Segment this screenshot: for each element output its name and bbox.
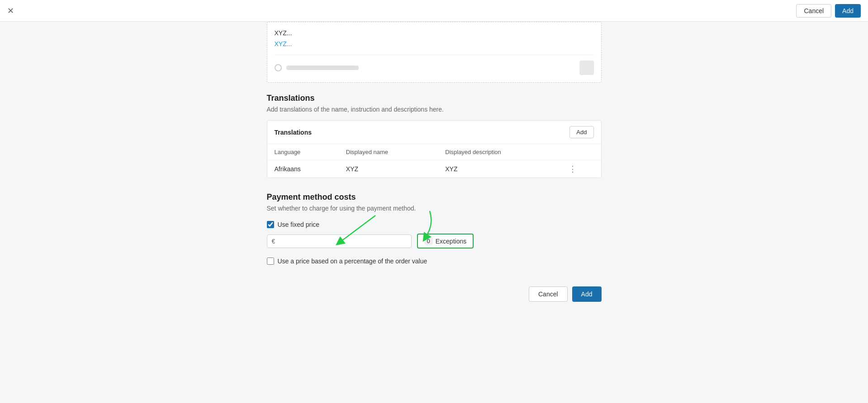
translations-table-header-row: Language Displayed name Displayed descri… — [267, 144, 601, 160]
exceptions-button[interactable]: 0 Exceptions — [417, 234, 474, 248]
payment-section-desc: Set whether to charge for using the paym… — [267, 205, 602, 212]
cell-displayed-description: XYZ — [438, 160, 561, 178]
close-icon: ✕ — [7, 6, 14, 16]
payment-section-title: Payment method costs — [267, 192, 602, 202]
currency-input-wrapper: € — [267, 234, 412, 248]
cancel-button-bottom[interactable]: Cancel — [529, 286, 568, 302]
bottom-actions: Cancel Add — [267, 279, 602, 309]
fixed-price-row: € 0 Exceptions — [267, 234, 602, 248]
payment-section: Payment method costs Set whether to char… — [267, 192, 602, 265]
cell-displayed-name: XYZ — [339, 160, 438, 178]
use-percentage-label[interactable]: Use a price based on a percentage of the… — [278, 258, 427, 265]
top-section: XYZ... XYZ... — [267, 22, 602, 83]
use-fixed-price-label[interactable]: Use fixed price — [278, 221, 320, 228]
cell-language: Afrikaans — [267, 160, 339, 178]
translations-heading: Translations — [267, 94, 602, 103]
translations-header: Translations Add — [267, 121, 601, 144]
cell-actions: ⋮ — [561, 160, 601, 178]
currency-input[interactable] — [278, 238, 406, 245]
row-more-button[interactable]: ⋮ — [569, 165, 577, 173]
gray-bar — [286, 66, 359, 70]
top-section-footer — [275, 55, 594, 75]
radio-placeholder — [275, 64, 282, 71]
top-section-link: XYZ... — [275, 40, 594, 47]
close-button[interactable]: ✕ — [7, 6, 14, 16]
translations-table-title: Translations — [275, 129, 312, 136]
translations-add-button[interactable]: Add — [569, 126, 593, 138]
col-displayed-name: Displayed name — [339, 144, 438, 160]
exceptions-badge: 0 — [424, 237, 433, 245]
add-button-top[interactable]: Add — [835, 4, 861, 18]
table-row: Afrikaans XYZ XYZ ⋮ — [267, 160, 601, 178]
small-box — [579, 61, 594, 75]
use-percentage-row: Use a price based on a percentage of the… — [267, 258, 602, 265]
arrows-container: € 0 Exceptions — [267, 234, 602, 248]
panel-area: XYZ... XYZ... Translations Add translati… — [258, 22, 611, 309]
translations-wrapper: Translations Add Language Displayed name… — [267, 120, 602, 178]
translations-table: Language Displayed name Displayed descri… — [267, 144, 601, 178]
top-section-text: XYZ... — [275, 29, 594, 37]
top-bar: ✕ Cancel Add — [0, 0, 868, 22]
currency-symbol: € — [272, 238, 275, 245]
col-displayed-description: Displayed description — [438, 144, 561, 160]
translations-section: Translations Add translations of the nam… — [267, 94, 602, 178]
use-fixed-price-row: Use fixed price — [267, 221, 602, 228]
exceptions-label: Exceptions — [436, 238, 466, 245]
col-language: Language — [267, 144, 339, 160]
main-content: XYZ... XYZ... Translations Add translati… — [0, 22, 868, 345]
use-fixed-price-checkbox[interactable] — [267, 221, 274, 228]
cancel-button-top[interactable]: Cancel — [796, 4, 831, 18]
top-bar-actions: Cancel Add — [796, 4, 861, 18]
col-actions — [561, 144, 601, 160]
translations-desc: Add translations of the name, instructio… — [267, 106, 602, 113]
use-percentage-checkbox[interactable] — [267, 258, 274, 265]
add-button-bottom[interactable]: Add — [572, 286, 602, 302]
